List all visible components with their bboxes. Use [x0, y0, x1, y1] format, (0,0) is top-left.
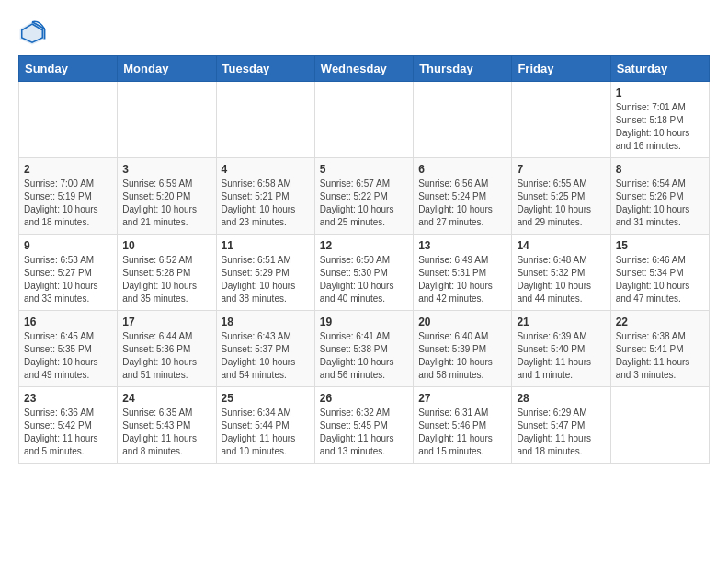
day-number: 18 [222, 316, 310, 328]
calendar-cell: 14Sunrise: 6:48 AM Sunset: 5:32 PM Dayli… [512, 235, 610, 311]
calendar-week-row: 23Sunrise: 6:36 AM Sunset: 5:42 PM Dayli… [19, 387, 710, 464]
day-number: 28 [517, 392, 605, 405]
calendar-cell: 5Sunrise: 6:57 AM Sunset: 5:22 PM Daylig… [314, 158, 413, 235]
page-header [18, 18, 710, 46]
day-number: 6 [418, 163, 506, 176]
day-info: Sunrise: 6:55 AM Sunset: 5:25 PM Dayligh… [517, 178, 605, 229]
day-info: Sunrise: 6:49 AM Sunset: 5:31 PM Dayligh… [418, 254, 506, 305]
calendar-cell: 13Sunrise: 6:49 AM Sunset: 5:31 PM Dayli… [414, 235, 512, 311]
calendar-cell: 6Sunrise: 6:56 AM Sunset: 5:24 PM Daylig… [414, 158, 512, 235]
calendar-cell: 8Sunrise: 6:54 AM Sunset: 5:26 PM Daylig… [610, 158, 709, 235]
day-number: 21 [517, 316, 605, 328]
calendar-week-row: 16Sunrise: 6:45 AM Sunset: 5:35 PM Dayli… [19, 311, 710, 387]
calendar-day-header: Sunday [19, 56, 118, 82]
calendar-cell: 26Sunrise: 6:32 AM Sunset: 5:45 PM Dayli… [314, 387, 413, 464]
calendar-cell: 22Sunrise: 6:38 AM Sunset: 5:41 PM Dayli… [610, 311, 709, 387]
calendar-cell: 28Sunrise: 6:29 AM Sunset: 5:47 PM Dayli… [512, 387, 610, 464]
day-info: Sunrise: 6:51 AM Sunset: 5:29 PM Dayligh… [222, 254, 310, 305]
day-info: Sunrise: 6:57 AM Sunset: 5:22 PM Dayligh… [320, 178, 408, 229]
day-info: Sunrise: 6:58 AM Sunset: 5:21 PM Dayligh… [222, 178, 310, 229]
calendar-cell: 16Sunrise: 6:45 AM Sunset: 5:35 PM Dayli… [19, 311, 118, 387]
day-number: 25 [222, 392, 310, 405]
day-info: Sunrise: 6:52 AM Sunset: 5:28 PM Dayligh… [122, 254, 210, 305]
calendar-cell: 17Sunrise: 6:44 AM Sunset: 5:36 PM Dayli… [118, 311, 216, 387]
calendar-cell: 27Sunrise: 6:31 AM Sunset: 5:46 PM Dayli… [414, 387, 512, 464]
day-info: Sunrise: 7:01 AM Sunset: 5:18 PM Dayligh… [616, 101, 704, 153]
day-number: 27 [418, 392, 506, 405]
day-number: 7 [517, 163, 605, 176]
calendar-cell: 11Sunrise: 6:51 AM Sunset: 5:29 PM Dayli… [216, 235, 314, 311]
day-number: 8 [616, 163, 704, 176]
calendar-day-header: Saturday [610, 56, 709, 82]
day-number: 9 [24, 239, 112, 252]
svg-marker-0 [20, 22, 45, 45]
day-info: Sunrise: 6:32 AM Sunset: 5:45 PM Dayligh… [320, 407, 408, 458]
day-info: Sunrise: 7:00 AM Sunset: 5:19 PM Dayligh… [24, 178, 112, 229]
calendar-cell: 4Sunrise: 6:58 AM Sunset: 5:21 PM Daylig… [216, 158, 314, 235]
calendar-cell [314, 82, 413, 158]
day-number: 23 [24, 392, 112, 405]
day-number: 3 [122, 163, 210, 176]
calendar-cell [19, 82, 118, 158]
calendar-cell: 24Sunrise: 6:35 AM Sunset: 5:43 PM Dayli… [118, 387, 216, 464]
day-info: Sunrise: 6:34 AM Sunset: 5:44 PM Dayligh… [222, 407, 310, 458]
day-info: Sunrise: 6:54 AM Sunset: 5:26 PM Dayligh… [616, 178, 704, 229]
day-number: 24 [122, 392, 210, 405]
calendar-cell: 18Sunrise: 6:43 AM Sunset: 5:37 PM Dayli… [216, 311, 314, 387]
day-number: 15 [616, 239, 704, 252]
day-info: Sunrise: 6:44 AM Sunset: 5:36 PM Dayligh… [122, 330, 210, 382]
day-info: Sunrise: 6:59 AM Sunset: 5:20 PM Dayligh… [122, 178, 210, 229]
calendar-cell: 10Sunrise: 6:52 AM Sunset: 5:28 PM Dayli… [118, 235, 216, 311]
calendar-cell: 20Sunrise: 6:40 AM Sunset: 5:39 PM Dayli… [414, 311, 512, 387]
day-info: Sunrise: 6:41 AM Sunset: 5:38 PM Dayligh… [320, 330, 408, 382]
day-number: 11 [222, 239, 310, 252]
calendar-cell: 7Sunrise: 6:55 AM Sunset: 5:25 PM Daylig… [512, 158, 610, 235]
day-info: Sunrise: 6:48 AM Sunset: 5:32 PM Dayligh… [517, 254, 605, 305]
day-info: Sunrise: 6:36 AM Sunset: 5:42 PM Dayligh… [24, 407, 112, 458]
day-info: Sunrise: 6:43 AM Sunset: 5:37 PM Dayligh… [222, 330, 310, 382]
calendar-week-row: 2Sunrise: 7:00 AM Sunset: 5:19 PM Daylig… [19, 158, 710, 235]
calendar-week-row: 1Sunrise: 7:01 AM Sunset: 5:18 PM Daylig… [19, 82, 710, 158]
day-info: Sunrise: 6:29 AM Sunset: 5:47 PM Dayligh… [517, 407, 605, 458]
day-number: 5 [320, 163, 408, 176]
day-info: Sunrise: 6:31 AM Sunset: 5:46 PM Dayligh… [418, 407, 506, 458]
calendar-day-header: Thursday [414, 56, 512, 82]
calendar-cell: 2Sunrise: 7:00 AM Sunset: 5:19 PM Daylig… [19, 158, 118, 235]
day-number: 2 [24, 163, 112, 176]
day-info: Sunrise: 6:50 AM Sunset: 5:30 PM Dayligh… [320, 254, 408, 305]
day-info: Sunrise: 6:38 AM Sunset: 5:41 PM Dayligh… [616, 330, 704, 382]
calendar-day-header: Tuesday [216, 56, 314, 82]
day-info: Sunrise: 6:45 AM Sunset: 5:35 PM Dayligh… [24, 330, 112, 382]
day-info: Sunrise: 6:56 AM Sunset: 5:24 PM Dayligh… [418, 178, 506, 229]
calendar-day-header: Monday [118, 56, 216, 82]
calendar-cell [414, 82, 512, 158]
logo [18, 18, 50, 46]
logo-icon [18, 18, 46, 46]
calendar-cell: 23Sunrise: 6:36 AM Sunset: 5:42 PM Dayli… [19, 387, 118, 464]
calendar-week-row: 9Sunrise: 6:53 AM Sunset: 5:27 PM Daylig… [19, 235, 710, 311]
day-number: 16 [24, 316, 112, 328]
day-number: 22 [616, 316, 704, 328]
calendar-cell [118, 82, 216, 158]
day-info: Sunrise: 6:40 AM Sunset: 5:39 PM Dayligh… [418, 330, 506, 382]
day-number: 26 [320, 392, 408, 405]
day-number: 13 [418, 239, 506, 252]
day-number: 10 [122, 239, 210, 252]
day-number: 19 [320, 316, 408, 328]
day-number: 12 [320, 239, 408, 252]
day-number: 20 [418, 316, 506, 328]
day-number: 1 [616, 86, 704, 99]
calendar-header-row: SundayMondayTuesdayWednesdayThursdayFrid… [19, 56, 710, 82]
calendar-table: SundayMondayTuesdayWednesdayThursdayFrid… [18, 55, 710, 464]
calendar-cell [610, 387, 709, 464]
calendar-cell: 19Sunrise: 6:41 AM Sunset: 5:38 PM Dayli… [314, 311, 413, 387]
day-info: Sunrise: 6:35 AM Sunset: 5:43 PM Dayligh… [122, 407, 210, 458]
calendar-cell: 9Sunrise: 6:53 AM Sunset: 5:27 PM Daylig… [19, 235, 118, 311]
day-info: Sunrise: 6:53 AM Sunset: 5:27 PM Dayligh… [24, 254, 112, 305]
calendar-cell: 25Sunrise: 6:34 AM Sunset: 5:44 PM Dayli… [216, 387, 314, 464]
calendar-cell [512, 82, 610, 158]
calendar-day-header: Friday [512, 56, 610, 82]
day-number: 14 [517, 239, 605, 252]
calendar-cell: 1Sunrise: 7:01 AM Sunset: 5:18 PM Daylig… [610, 82, 709, 158]
calendar-cell: 3Sunrise: 6:59 AM Sunset: 5:20 PM Daylig… [118, 158, 216, 235]
